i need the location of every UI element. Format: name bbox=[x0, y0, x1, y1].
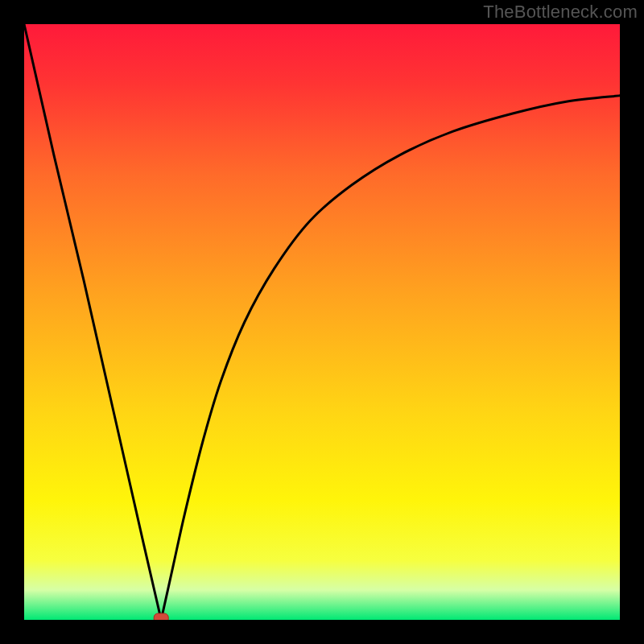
gradient-background bbox=[24, 24, 620, 620]
chart-frame: TheBottleneck.com bbox=[0, 0, 644, 644]
chart-svg bbox=[24, 24, 620, 620]
min-marker bbox=[154, 613, 168, 620]
watermark-label: TheBottleneck.com bbox=[483, 2, 638, 23]
plot-area bbox=[24, 24, 620, 620]
